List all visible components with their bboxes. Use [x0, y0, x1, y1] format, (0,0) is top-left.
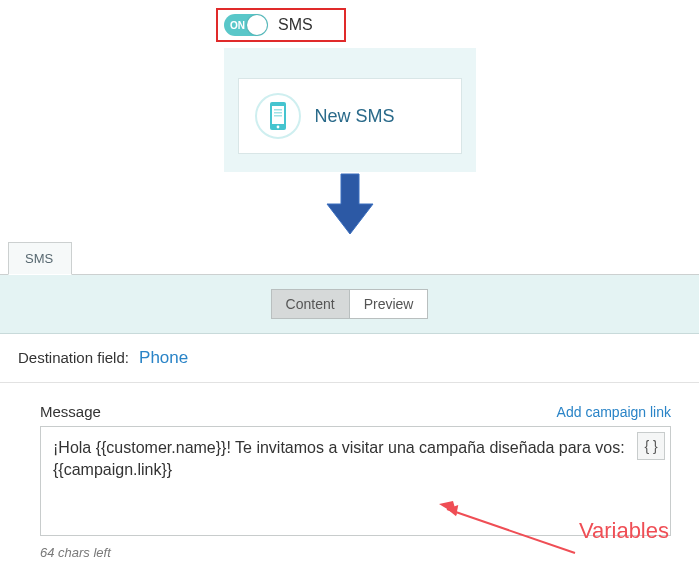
svg-rect-3 [274, 112, 282, 114]
destination-label: Destination field: [18, 349, 129, 366]
new-sms-card-title: New SMS [315, 106, 395, 127]
sms-phone-icon [255, 93, 301, 139]
chars-left: 64 chars left [40, 545, 671, 560]
destination-value[interactable]: Phone [139, 348, 188, 367]
content-preview-panel: Content Preview [0, 275, 699, 334]
preview-button[interactable]: Preview [349, 289, 429, 319]
content-preview-segmented: Content Preview [271, 289, 429, 319]
new-sms-card-container: New SMS [224, 48, 476, 172]
sms-channel-toggle-row: ON SMS [216, 8, 346, 42]
flow-arrow-icon [0, 170, 699, 240]
sms-toggle[interactable]: ON [224, 14, 268, 36]
svg-point-5 [276, 126, 279, 129]
content-button[interactable]: Content [271, 289, 349, 319]
sms-toggle-label: SMS [278, 16, 313, 34]
tab-sms[interactable]: SMS [8, 242, 72, 275]
toggle-knob [247, 15, 267, 35]
message-label: Message [40, 403, 101, 420]
svg-rect-2 [274, 109, 282, 111]
destination-row: Destination field: Phone [0, 334, 699, 383]
add-campaign-link[interactable]: Add campaign link [557, 404, 671, 420]
svg-rect-4 [274, 115, 282, 117]
new-sms-card[interactable]: New SMS [238, 78, 462, 154]
tab-strip: SMS [0, 242, 699, 275]
svg-marker-6 [327, 174, 373, 234]
message-block: Message Add campaign link { } Variables … [0, 383, 699, 570]
insert-variable-button[interactable]: { } [637, 432, 665, 460]
message-textarea[interactable] [40, 426, 671, 536]
toggle-state-text: ON [230, 20, 245, 31]
